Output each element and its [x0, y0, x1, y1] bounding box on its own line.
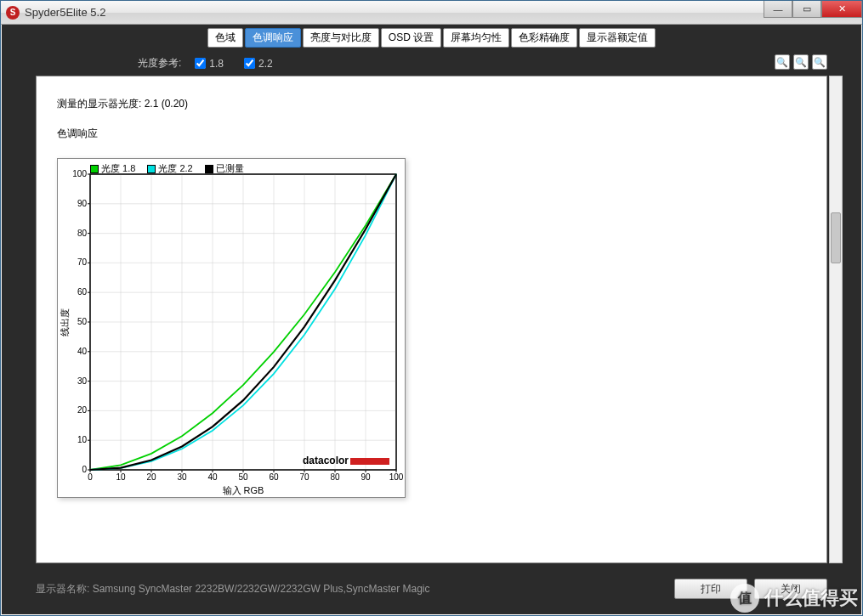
svg-text:20: 20 — [146, 472, 156, 482]
monitor-name: Samsung SyncMaster 2232BW/2232GW/2232GW … — [93, 583, 430, 595]
monitor-label: 显示器名称: — [36, 582, 89, 596]
tab-2[interactable]: 亮度与对比度 — [303, 28, 379, 48]
window-title: Spyder5Elite 5.2 — [25, 6, 105, 19]
svg-text:60: 60 — [269, 472, 279, 482]
measured-gamma-text: 测量的显示器光度: 2.1 (0.20) — [57, 97, 806, 111]
window-frame: S Spyder5Elite 5.2 — ▭ ✕ 色域色调响应亮度与对比度OSD… — [0, 0, 863, 616]
scrollbar-thumb[interactable] — [831, 212, 841, 263]
svg-text:40: 40 — [77, 347, 88, 356]
svg-text:50: 50 — [238, 472, 248, 482]
watermark-text: 什么值得买 — [764, 585, 858, 611]
chart-legend: 光度 1.8 光度 2.2 已测量 — [90, 162, 244, 175]
svg-text:40: 40 — [207, 472, 218, 482]
svg-text:0: 0 — [88, 472, 93, 482]
zoom-in-icon[interactable]: 🔍 — [775, 54, 790, 70]
legend-measured: 已测量 — [216, 163, 244, 173]
chart-container: 光度 1.8 光度 2.2 已测量 0102030405060708090100… — [57, 158, 406, 498]
titlebar[interactable]: S Spyder5Elite 5.2 — ▭ ✕ — [1, 1, 862, 25]
close-button[interactable]: ✕ — [821, 1, 862, 18]
svg-text:30: 30 — [177, 472, 187, 482]
svg-text:80: 80 — [330, 472, 340, 482]
zoom-out-icon[interactable]: 🔍 — [793, 54, 809, 70]
gamma-22-checkbox[interactable] — [244, 58, 255, 69]
svg-text:20: 20 — [77, 405, 88, 415]
tab-4[interactable]: 屏幕均匀性 — [443, 28, 509, 48]
legend-g18: 光度 1.8 — [101, 163, 135, 173]
svg-text:60: 60 — [77, 287, 88, 297]
gamma-22-label: 2.2 — [258, 58, 273, 70]
svg-text:80: 80 — [77, 229, 88, 238]
svg-text:90: 90 — [361, 472, 371, 482]
tab-3[interactable]: OSD 设置 — [381, 28, 441, 48]
tab-6[interactable]: 显示器额定值 — [579, 28, 656, 48]
svg-text:100: 100 — [389, 472, 404, 482]
svg-text:10: 10 — [77, 435, 88, 444]
app-icon: S — [6, 6, 20, 20]
chart-panel: 测量的显示器光度: 2.1 (0.20) 色调响应 光度 1.8 光度 2.2 … — [36, 76, 827, 563]
svg-text:90: 90 — [77, 199, 88, 208]
gamma-18-label: 1.8 — [209, 58, 224, 70]
maximize-button[interactable]: ▭ — [792, 1, 821, 18]
zoom-fit-icon[interactable]: 🔍 — [812, 54, 827, 70]
svg-text:0: 0 — [82, 465, 87, 474]
footer-row: 显示器名称: Samsung SyncMaster 2232BW/2232GW/… — [36, 579, 827, 599]
svg-text:70: 70 — [299, 472, 309, 482]
tab-row: 色域色调响应亮度与对比度OSD 设置屏幕均匀性色彩精确度显示器额定值 — [2, 25, 861, 53]
tone-response-chart: 0102030405060708090100010203040506070809… — [58, 159, 406, 499]
svg-text:100: 100 — [72, 169, 87, 178]
chart-subtitle: 色调响应 — [57, 127, 806, 141]
legend-swatch-green — [90, 165, 99, 173]
datacolor-brand: datacolor — [303, 455, 389, 466]
tab-1[interactable]: 色调响应 — [245, 28, 301, 48]
watermark-icon: 值 — [730, 584, 759, 613]
svg-text:输入 RGB: 输入 RGB — [223, 485, 264, 495]
gamma-ref-label: 光度参考: — [138, 56, 181, 71]
svg-text:50: 50 — [77, 317, 88, 326]
svg-text:线出度: 线出度 — [60, 308, 70, 336]
content-area: 色域色调响应亮度与对比度OSD 设置屏幕均匀性色彩精确度显示器额定值 光度参考:… — [2, 25, 861, 614]
svg-text:30: 30 — [77, 376, 88, 386]
tab-0[interactable]: 色域 — [207, 28, 243, 48]
legend-swatch-black — [205, 165, 213, 173]
gamma-controls: 光度参考: 1.8 2.2 🔍 🔍 🔍 — [2, 53, 861, 77]
legend-g22: 光度 2.2 — [158, 163, 192, 173]
minimize-button[interactable]: — — [764, 1, 792, 18]
tab-5[interactable]: 色彩精确度 — [511, 28, 577, 48]
svg-text:10: 10 — [116, 472, 126, 482]
vertical-scrollbar[interactable] — [829, 76, 843, 563]
watermark: 值 什么值得买 — [730, 584, 858, 613]
legend-swatch-cyan — [147, 165, 156, 173]
gamma-18-checkbox[interactable] — [195, 58, 206, 69]
svg-text:70: 70 — [77, 257, 88, 267]
